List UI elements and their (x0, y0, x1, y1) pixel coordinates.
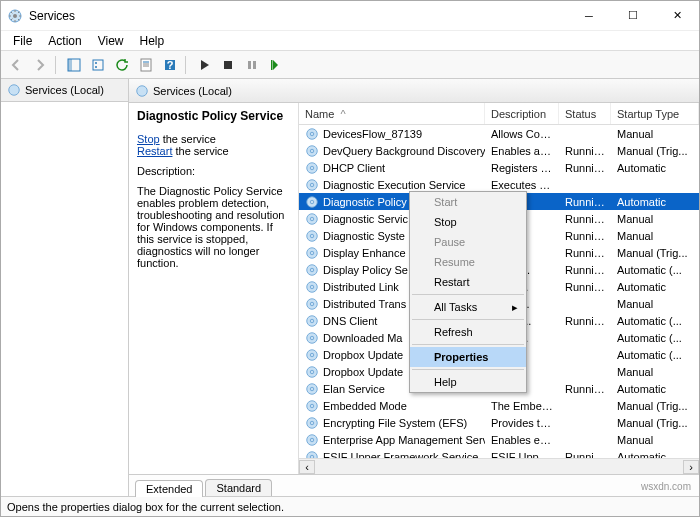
menu-file[interactable]: File (5, 32, 40, 50)
tree-root-services-local[interactable]: Services (Local) (1, 79, 128, 102)
service-icon (305, 433, 319, 447)
ctx-separator (412, 369, 524, 370)
tree-pane: Services (Local) (1, 79, 129, 496)
cell-status: Running (559, 230, 611, 242)
cell-description: The Embed... (485, 400, 559, 412)
service-row[interactable]: DevicesFlow_87139Allows Con...Manual (299, 125, 699, 142)
svg-point-30 (310, 217, 314, 221)
stop-service-button[interactable] (217, 54, 239, 76)
cell-startup: Manual (Trig... (611, 145, 699, 157)
svg-point-54 (310, 421, 314, 425)
start-service-button[interactable] (193, 54, 215, 76)
maximize-button[interactable]: ☐ (611, 1, 655, 31)
svg-rect-7 (141, 59, 151, 71)
svg-point-40 (310, 302, 314, 306)
horizontal-scrollbar[interactable]: ‹ › (299, 458, 699, 474)
restart-service-link[interactable]: Restart (137, 145, 172, 157)
toolbar: ? (1, 51, 699, 79)
service-icon (305, 195, 319, 209)
menu-bar: File Action View Help (1, 31, 699, 51)
cell-startup: Manual (Trig... (611, 400, 699, 412)
refresh-button[interactable] (111, 54, 133, 76)
export-button[interactable] (87, 54, 109, 76)
restart-service-button[interactable] (265, 54, 287, 76)
menu-action[interactable]: Action (40, 32, 89, 50)
cell-description: Registers an... (485, 162, 559, 174)
back-button[interactable] (5, 54, 27, 76)
sort-indicator-icon: ^ (340, 108, 345, 120)
ctx-stop[interactable]: Stop (410, 212, 526, 232)
svg-rect-14 (248, 61, 251, 69)
service-row[interactable]: DevQuery Background Discovery B...Enable… (299, 142, 699, 159)
ctx-start: Start (410, 192, 526, 212)
tab-extended[interactable]: Extended (135, 480, 203, 497)
col-name[interactable]: Name ^ (299, 103, 485, 124)
stop-service-link[interactable]: Stop (137, 133, 160, 145)
window-title: Services (29, 9, 75, 23)
scroll-right-icon[interactable]: › (683, 460, 699, 474)
svg-point-28 (310, 200, 314, 204)
svg-point-48 (310, 370, 314, 374)
service-icon (305, 399, 319, 413)
cell-description: Enables app... (485, 145, 559, 157)
ctx-properties[interactable]: Properties (410, 347, 526, 367)
cell-startup: Automatic (... (611, 264, 699, 276)
toolbar-separator (55, 56, 59, 74)
service-row[interactable]: DHCP ClientRegisters an...RunningAutomat… (299, 159, 699, 176)
ctx-help[interactable]: Help (410, 372, 526, 392)
column-headers: Name ^ Description Status Startup Type (299, 103, 699, 125)
cell-startup: Manual (611, 128, 699, 140)
cell-description: Executes di... (485, 179, 559, 191)
show-hide-tree-button[interactable] (63, 54, 85, 76)
menu-help[interactable]: Help (132, 32, 173, 50)
cell-startup: Automatic (... (611, 315, 699, 327)
svg-rect-3 (68, 59, 72, 71)
cell-status: Running (559, 162, 611, 174)
service-row[interactable]: ESIF Upper Framework ServiceESIF Upper .… (299, 448, 699, 458)
cell-status: Running (559, 196, 611, 208)
service-icon (305, 331, 319, 345)
svg-point-32 (310, 234, 314, 238)
service-row[interactable]: Enterprise App Management ServiceEnables… (299, 431, 699, 448)
ctx-refresh[interactable]: Refresh (410, 322, 526, 342)
ctx-restart[interactable]: Restart (410, 272, 526, 292)
service-icon (305, 348, 319, 362)
svg-point-1 (13, 14, 17, 18)
forward-button[interactable] (29, 54, 51, 76)
service-row[interactable]: Encrypting File System (EFS)Provides th.… (299, 414, 699, 431)
right-pane-title: Services (Local) (153, 85, 232, 97)
minimize-button[interactable]: ─ (567, 1, 611, 31)
services-app-icon (7, 8, 23, 24)
svg-point-26 (310, 183, 314, 187)
svg-rect-16 (271, 60, 273, 70)
cell-description: Allows Con... (485, 128, 559, 140)
cell-description: Provides th... (485, 417, 559, 429)
service-icon (305, 280, 319, 294)
cell-startup: Automatic (... (611, 332, 699, 344)
detail-pane: Diagnostic Policy Service Stop the servi… (129, 103, 299, 474)
service-icon (305, 161, 319, 175)
cell-startup: Manual (611, 366, 699, 378)
cell-startup: Manual (Trig... (611, 417, 699, 429)
service-icon (305, 382, 319, 396)
properties-button[interactable] (135, 54, 157, 76)
tab-standard[interactable]: Standard (205, 479, 272, 496)
col-startup-type[interactable]: Startup Type (611, 103, 699, 124)
col-status[interactable]: Status (559, 103, 611, 124)
scroll-left-icon[interactable]: ‹ (299, 460, 315, 474)
cell-startup: Automatic (611, 383, 699, 395)
service-icon (305, 127, 319, 141)
cell-name: Enterprise App Management Service (299, 433, 485, 447)
service-icon (305, 297, 319, 311)
close-button[interactable]: ✕ (655, 1, 699, 31)
menu-view[interactable]: View (90, 32, 132, 50)
title-bar: Services ─ ☐ ✕ (1, 1, 699, 31)
svg-rect-4 (93, 60, 103, 70)
svg-point-5 (95, 62, 97, 64)
services-icon (7, 83, 21, 97)
ctx-all-tasks[interactable]: All Tasks▸ (410, 297, 526, 317)
pause-service-button[interactable] (241, 54, 263, 76)
help-button[interactable]: ? (159, 54, 181, 76)
service-row[interactable]: Embedded ModeThe Embed...Manual (Trig... (299, 397, 699, 414)
col-description[interactable]: Description (485, 103, 559, 124)
